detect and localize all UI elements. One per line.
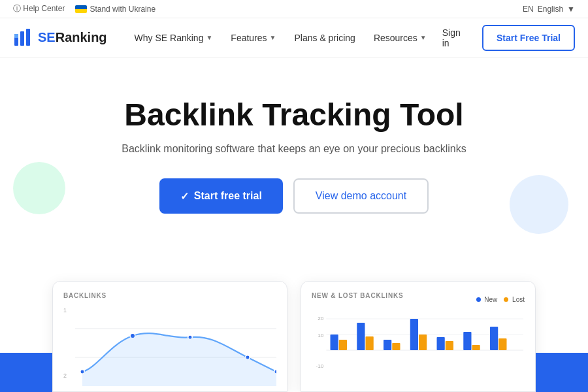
backlinks-chart-card: BACKLINKS 1 2 xyxy=(52,281,287,392)
decorative-circle-left xyxy=(13,162,65,214)
backlinks-line-chart-svg xyxy=(75,307,276,386)
new-lost-chart-header: NEW & LOST BACKLINKS New Lost xyxy=(312,292,525,307)
hero-subtitle: Backlink monitoring software that keeps … xyxy=(122,143,466,155)
svg-rect-22 xyxy=(392,343,400,350)
blue-block-right xyxy=(536,353,588,392)
ukraine-flag-icon xyxy=(75,5,87,13)
backlinks-chart-area: 1 2 xyxy=(63,307,276,379)
view-demo-button[interactable]: View demo account xyxy=(293,178,429,214)
svg-rect-19 xyxy=(357,323,365,350)
svg-rect-24 xyxy=(419,335,427,350)
svg-rect-20 xyxy=(366,336,374,350)
svg-rect-30 xyxy=(498,338,506,350)
logo-text: SERanking xyxy=(38,30,107,45)
hero-section: Backlink Tracking Tool Backlink monitori… xyxy=(0,57,588,240)
blue-block-left xyxy=(0,353,52,392)
legend-new-dot xyxy=(476,297,481,302)
new-lost-bar-chart-svg: 20 10 -10 xyxy=(312,312,525,378)
question-icon: ⓘ xyxy=(13,4,21,13)
checkmark-icon: ✓ xyxy=(180,190,189,203)
svg-rect-18 xyxy=(339,340,347,350)
top-bar-left: ⓘ Help Center Stand with Ukraine xyxy=(13,3,155,14)
signin-button[interactable]: Sign in xyxy=(434,22,472,54)
legend-new: New xyxy=(476,296,498,303)
hero-title: Backlink Tracking Tool xyxy=(124,97,463,133)
backlinks-y-labels: 1 2 xyxy=(63,307,73,379)
nav-why-se-ranking[interactable]: Why SE Ranking ▼ xyxy=(127,27,221,48)
svg-rect-25 xyxy=(437,337,445,350)
start-free-trial-hero-button[interactable]: ✓ Start free trial xyxy=(159,178,283,214)
chevron-down-icon[interactable]: ▼ xyxy=(567,5,575,14)
chevron-down-icon: ▼ xyxy=(206,34,212,41)
decorative-circle-right xyxy=(510,175,568,234)
hero-buttons: ✓ Start free trial View demo account xyxy=(159,178,429,214)
nav-right: Sign in Start Free Trial xyxy=(434,22,575,54)
help-center-link[interactable]: ⓘ Help Center xyxy=(13,3,65,14)
navbar: SERanking Why SE Ranking ▼ Features ▼ Pl… xyxy=(0,18,588,57)
legend-lost: Lost xyxy=(504,296,525,303)
nav-links: Why SE Ranking ▼ Features ▼ Plans & pric… xyxy=(127,27,434,48)
svg-rect-28 xyxy=(472,345,480,350)
chevron-down-icon: ▼ xyxy=(270,34,276,41)
dashboard-preview: BACKLINKS 1 2 xyxy=(0,281,588,392)
svg-rect-26 xyxy=(446,341,453,350)
start-free-trial-button[interactable]: Start Free Trial xyxy=(482,25,575,51)
svg-rect-2 xyxy=(26,29,30,46)
new-lost-chart-title: NEW & LOST BACKLINKS xyxy=(312,292,403,299)
svg-rect-21 xyxy=(384,340,391,350)
logo-icon xyxy=(13,27,34,48)
top-bar: ⓘ Help Center Stand with Ukraine EN Engl… xyxy=(0,0,588,18)
svg-rect-23 xyxy=(410,319,418,350)
svg-text:20: 20 xyxy=(318,316,324,321)
svg-text:-10: -10 xyxy=(316,363,324,369)
legend-lost-dot xyxy=(504,297,508,302)
nav-features[interactable]: Features ▼ xyxy=(223,27,284,48)
svg-rect-1 xyxy=(20,31,24,46)
chevron-down-icon: ▼ xyxy=(420,34,427,41)
nav-plans-pricing[interactable]: Plans & pricing xyxy=(286,27,363,48)
svg-rect-3 xyxy=(14,34,18,38)
ukraine-link[interactable]: Stand with Ukraine xyxy=(75,5,155,14)
bar-chart-area: 20 10 -10 xyxy=(312,312,525,378)
new-lost-chart-card: NEW & LOST BACKLINKS New Lost 20 10 -10 xyxy=(301,281,536,392)
svg-rect-27 xyxy=(463,332,471,350)
svg-rect-29 xyxy=(490,327,498,350)
backlinks-chart-title: BACKLINKS xyxy=(63,292,276,299)
top-bar-right: EN English ▼ xyxy=(523,5,575,14)
chart-legend: New Lost xyxy=(476,296,525,303)
svg-text:10: 10 xyxy=(318,333,324,338)
svg-rect-17 xyxy=(331,335,338,350)
nav-resources[interactable]: Resources ▼ xyxy=(366,27,434,48)
logo[interactable]: SERanking xyxy=(13,27,107,48)
